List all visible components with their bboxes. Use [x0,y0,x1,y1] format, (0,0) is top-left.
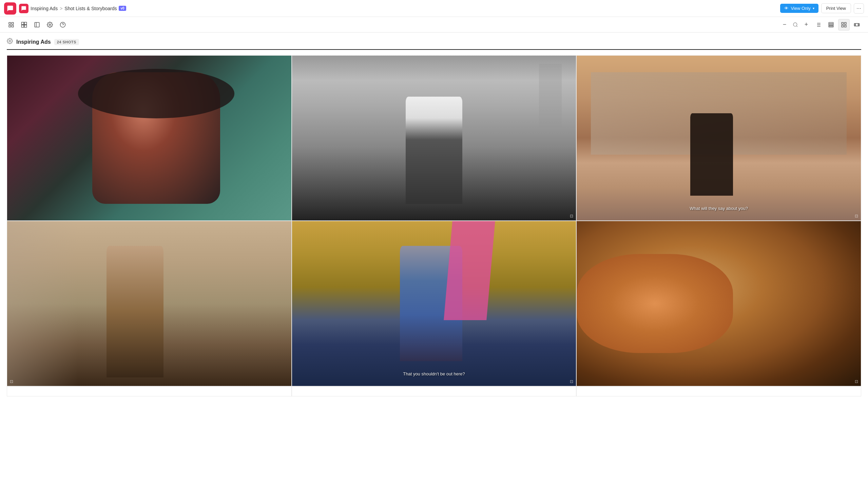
shot-cell[interactable]: ⊡ [576,221,861,386]
svg-rect-6 [22,25,24,27]
main-content: Inspiring Ads 24 SHOTS ⊡ [0,33,868,402]
section-title: Inspiring Ads [16,39,51,45]
filmstrip-view-button[interactable] [851,19,863,31]
svg-rect-5 [24,22,27,24]
svg-rect-1 [12,22,14,24]
corner-icon-4: ⊡ [10,379,13,384]
grid-tool-button[interactable] [18,19,30,31]
svg-rect-28 [854,23,860,26]
section-name[interactable]: Shot Lists & Storyboards [64,6,117,11]
chevron-down-icon: ▾ [813,6,814,10]
shot-cell[interactable]: ⊡ [7,221,292,386]
view-only-label: View Only [791,6,810,11]
version-badge: v0 [119,6,126,11]
svg-rect-27 [845,25,846,27]
shot-image-1 [7,56,291,220]
shot-image-4: ⊡ [7,221,291,386]
zoom-in-button[interactable]: + [802,20,811,30]
section-header: Inspiring Ads 24 SHOTS [7,38,861,46]
zoom-out-button[interactable]: − [780,20,789,30]
overlay-text-3: What will they say about you? [577,206,861,211]
svg-rect-22 [829,24,833,25]
svg-rect-23 [829,26,833,27]
svg-rect-21 [829,22,833,24]
shot-cell-partial-1[interactable] [7,386,292,396]
view-only-button[interactable]: 👁 View Only ▾ [780,4,818,13]
grid-view-button[interactable] [838,19,850,31]
top-nav: Inspiring Ads > Shot Lists & Storyboards… [0,0,868,17]
shot-image-6: ⊡ [577,221,861,386]
more-options-button[interactable]: ⋯ [854,3,864,14]
print-view-button[interactable]: Print View [821,3,851,13]
svg-rect-3 [12,25,14,27]
breadcrumb-separator: > [60,6,62,11]
breadcrumb: Inspiring Ads > Shot Lists & Storyboards… [19,4,777,13]
shot-cell-partial-3[interactable] [576,386,861,396]
svg-point-10 [49,24,51,25]
svg-line-14 [796,26,797,27]
svg-rect-24 [842,22,843,24]
settings-tool-button[interactable] [44,19,56,31]
corner-icon-2: ⊡ [570,214,573,218]
shot-image-2: ⊡ [292,56,576,220]
help-tool-button[interactable] [57,19,69,31]
shot-cell[interactable]: That you shouldn't be out here? ⊡ [292,221,577,386]
corner-icon-6: ⊡ [855,379,858,384]
shot-image-3: What will they say about you? ⊡ [577,56,861,220]
svg-rect-2 [9,25,11,27]
eye-icon: 👁 [784,6,789,11]
svg-rect-8 [35,22,39,27]
svg-point-35 [9,40,11,42]
project-name[interactable]: Inspiring Ads [31,6,58,11]
project-logo [19,4,28,13]
section-divider [7,49,861,50]
svg-point-13 [793,23,797,26]
zoom-icon [791,20,800,30]
corner-icon-5: ⊡ [570,379,573,384]
svg-rect-7 [24,25,27,27]
svg-rect-25 [845,22,846,24]
shot-cell[interactable]: ⊡ [292,55,577,221]
overlay-text-5: That you shouldn't be out here? [292,371,576,376]
svg-rect-4 [22,22,24,24]
shot-cell[interactable]: What will they say about you? ⊡ [576,55,861,221]
section-settings-icon [7,38,13,46]
svg-rect-0 [9,22,11,24]
shots-grid: ⊡ What will they say about you? ⊡ [7,55,861,396]
panel-tool-button[interactable] [31,19,43,31]
shot-cell-partial-2[interactable] [292,386,577,396]
rows-view-button[interactable] [825,19,837,31]
corner-icon-3: ⊡ [855,214,858,218]
nav-right: Print View ⋯ [821,3,864,14]
more-icon: ⋯ [856,6,861,11]
shots-badge: 24 SHOTS [54,39,79,45]
shot-cell[interactable] [7,55,292,221]
layout-tool-button[interactable] [5,19,17,31]
toolbar-right: − + [780,19,863,31]
toolbar: − + [0,17,868,33]
app-icon[interactable] [4,2,16,15]
svg-rect-26 [842,25,843,27]
shot-image-5: That you shouldn't be out here? ⊡ [292,221,576,386]
list-view-button[interactable] [812,19,824,31]
